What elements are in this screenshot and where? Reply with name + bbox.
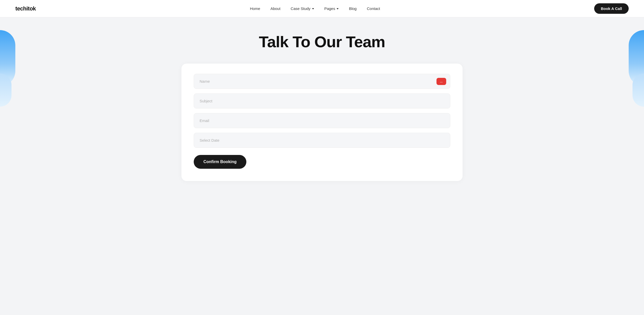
email-field-group: [194, 113, 450, 128]
nav-link-contact[interactable]: Contact: [367, 6, 380, 11]
nav-label-pages: Pages: [324, 6, 335, 11]
main-content: Talk To Our Team ... Confirm Booking: [0, 17, 644, 201]
subject-field-group: [194, 93, 450, 108]
nav-item-about[interactable]: About: [270, 6, 280, 11]
date-field-group: [194, 133, 450, 148]
confirm-booking-button[interactable]: Confirm Booking: [194, 155, 246, 169]
ai-icon-label: ...: [440, 80, 443, 83]
subject-input[interactable]: [194, 93, 450, 108]
site-logo[interactable]: techitok: [15, 5, 36, 12]
nav-item-contact[interactable]: Contact: [367, 6, 380, 11]
nav-label-home: Home: [250, 6, 260, 11]
chevron-down-icon: [312, 8, 314, 9]
nav-item-pages[interactable]: Pages: [324, 6, 339, 11]
nav-label-blog: Blog: [349, 6, 356, 11]
page-title: Talk To Our Team: [259, 33, 385, 51]
date-input[interactable]: [194, 133, 450, 148]
nav-label-contact: Contact: [367, 6, 380, 11]
booking-form-card: ... Confirm Booking: [181, 64, 463, 181]
book-call-label: Book A Call: [601, 6, 622, 11]
decorative-blob-right-bottom: [632, 74, 644, 107]
navbar: techitok Home About Case Study Pages: [0, 0, 644, 17]
chevron-down-icon: [337, 8, 339, 9]
nav-links: Home About Case Study Pages Blog: [250, 6, 380, 11]
logo-text: techitok: [15, 5, 36, 12]
nav-item-blog[interactable]: Blog: [349, 6, 356, 11]
name-input[interactable]: [194, 74, 450, 89]
book-call-button[interactable]: Book A Call: [594, 3, 629, 14]
name-field-group: ...: [194, 74, 450, 89]
email-input[interactable]: [194, 113, 450, 128]
nav-label-case-study: Case Study: [291, 6, 310, 11]
nav-link-pages[interactable]: Pages: [324, 6, 339, 11]
nav-link-home[interactable]: Home: [250, 6, 260, 11]
nav-link-about[interactable]: About: [270, 6, 280, 11]
confirm-booking-label: Confirm Booking: [203, 160, 237, 164]
ai-icon: ...: [436, 78, 446, 85]
nav-link-case-study[interactable]: Case Study: [291, 6, 314, 11]
nav-item-case-study[interactable]: Case Study: [291, 6, 314, 11]
nav-label-about: About: [270, 6, 280, 11]
nav-link-blog[interactable]: Blog: [349, 6, 356, 11]
nav-item-home[interactable]: Home: [250, 6, 260, 11]
